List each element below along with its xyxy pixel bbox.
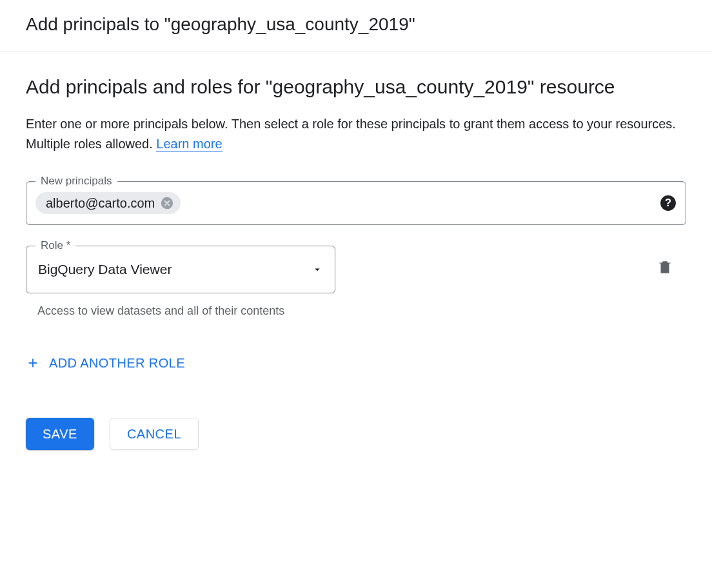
section-description: Enter one or more principals below. Then… [26, 114, 686, 154]
section-title: Add principals and roles for "geography_… [26, 74, 686, 100]
add-principals-panel: Add principals to "geography_usa_county_… [0, 0, 712, 472]
panel-header-title: Add principals to "geography_usa_county_… [26, 14, 686, 35]
role-label: Role * [35, 239, 75, 252]
role-select-field[interactable]: Role * BigQuery Data Viewer [26, 246, 335, 293]
chip-remove-icon[interactable] [160, 196, 174, 210]
cancel-button[interactable]: CANCEL [110, 418, 199, 450]
description-text: Enter one or more principals below. Then… [26, 117, 676, 151]
principal-chip-text: alberto@carto.com [46, 197, 155, 210]
panel-content: Add principals and roles for "geography_… [0, 52, 712, 472]
learn-more-link[interactable]: Learn more [156, 137, 222, 152]
principal-chip[interactable]: alberto@carto.com [35, 192, 181, 214]
delete-role-icon[interactable] [657, 266, 673, 277]
button-row: SAVE CANCEL [26, 418, 686, 450]
new-principals-field[interactable]: New principals alberto@carto.com ? [26, 181, 686, 225]
dropdown-arrow-icon [312, 264, 323, 275]
add-another-role-label: ADD ANOTHER ROLE [49, 356, 185, 371]
plus-icon [26, 356, 40, 370]
panel-header: Add principals to "geography_usa_county_… [0, 0, 712, 52]
add-another-role-button[interactable]: ADD ANOTHER ROLE [26, 356, 185, 371]
save-button[interactable]: SAVE [26, 418, 94, 450]
new-principals-label: New principals [35, 175, 117, 188]
role-row: Role * BigQuery Data Viewer Access to vi… [26, 246, 686, 320]
help-icon[interactable]: ? [660, 195, 677, 211]
svg-text:?: ? [665, 197, 671, 208]
role-helper-text: Access to view datasets and all of their… [37, 302, 333, 320]
role-selected-value: BigQuery Data Viewer [38, 262, 172, 277]
